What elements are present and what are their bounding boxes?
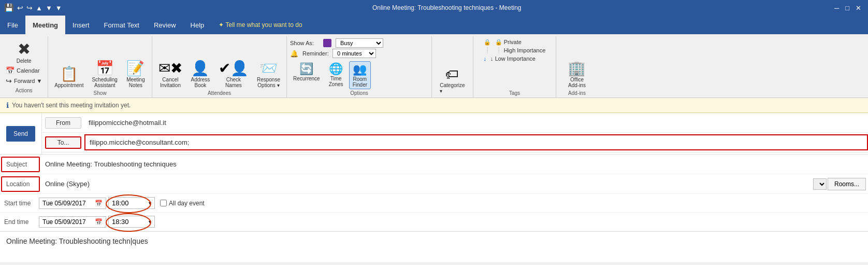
cancel-invitation-label: CancelInvitation: [160, 77, 181, 88]
high-importance-button[interactable]: ❕ ❕ High Importance: [483, 47, 547, 54]
to-input[interactable]: [84, 134, 868, 150]
appointment-label: Appointment: [54, 82, 83, 88]
check-names-button[interactable]: ✔👤 CheckNames: [215, 60, 252, 89]
appointment-icon: 📋: [60, 67, 78, 81]
options-buttons-row: 🔄 Recurrence 🌐 TimeZones 👥 RoomFinder: [290, 61, 371, 89]
private-lock-icon: 🔒: [484, 39, 491, 46]
tab-tell-me[interactable]: ✦ Tell me what you want to do: [211, 16, 309, 34]
recurrence-icon: 🔄: [299, 62, 313, 76]
start-time-value: 18:00: [112, 199, 149, 207]
show-as-select[interactable]: Busy Free Tentative Out of Office: [336, 38, 383, 48]
scheduling-label: SchedulingAssistant: [92, 77, 117, 88]
location-row: Location Rooms...: [0, 174, 868, 194]
cancel-invitation-button[interactable]: ✉✖ CancelInvitation: [155, 60, 185, 89]
form-area: Send From To... Subject Location Rooms..…: [0, 113, 868, 262]
from-button[interactable]: From: [45, 117, 81, 129]
scheduling-icon: 📅: [96, 61, 114, 76]
delete-label: Delete: [17, 58, 32, 64]
save-icon[interactable]: 💾: [4, 3, 14, 12]
up-icon[interactable]: ▲: [36, 4, 42, 12]
tags-group-label: Tags: [476, 89, 553, 97]
ribbon: ✖ Delete 📅 Calendar ↪ Forward ▼ Actions …: [0, 34, 868, 98]
tab-meeting[interactable]: Meeting: [25, 16, 65, 34]
subject-input[interactable]: [41, 157, 868, 171]
tab-help[interactable]: Help: [183, 16, 212, 34]
down-icon[interactable]: ▼: [46, 4, 52, 12]
all-day-label: All day event: [169, 200, 205, 207]
start-time-row: Start time Tue 05/09/2017 📅 18:00 ▾ All …: [0, 194, 868, 213]
redo-icon[interactable]: ↪: [26, 4, 33, 12]
address-book-button[interactable]: 👤 AddressBook: [187, 60, 213, 89]
body-editor[interactable]: Online Meeting: Troubleshooting techn|qu…: [0, 231, 868, 262]
rooms-button[interactable]: Rooms...: [828, 178, 866, 190]
start-date-picker[interactable]: Tue 05/09/2017 📅: [39, 198, 106, 209]
customize-icon[interactable]: ▼: [55, 4, 62, 12]
recurrence-label: Recurrence: [293, 76, 320, 81]
end-date-calendar-icon[interactable]: 📅: [95, 218, 103, 226]
categorize-button[interactable]: 🏷 Categorize▾: [437, 65, 468, 95]
meeting-notes-button[interactable]: 📝 MeetingNotes: [123, 60, 149, 89]
reminder-row: 🔔 Reminder: 0 minutes 5 minutes 15 minut…: [290, 49, 376, 58]
tab-file[interactable]: File: [0, 16, 25, 34]
calendar-icon: 📅: [6, 66, 15, 75]
close-button[interactable]: ✕: [853, 3, 864, 13]
end-time-dropdown-icon[interactable]: ▾: [149, 219, 151, 225]
start-time-dropdown-icon[interactable]: ▾: [149, 200, 151, 206]
end-time-picker[interactable]: 18:30 ▾: [108, 216, 155, 228]
room-finder-button[interactable]: 👥 RoomFinder: [349, 61, 371, 89]
recurrence-button[interactable]: 🔄 Recurrence: [290, 61, 323, 89]
office-addins-button[interactable]: 🏢 OfficeAdd-ins: [564, 60, 590, 89]
minimize-button[interactable]: ─: [832, 3, 842, 13]
delete-button[interactable]: ✖ Delete: [4, 39, 44, 65]
reminder-select[interactable]: 0 minutes 5 minutes 15 minutes 30 minute…: [332, 49, 376, 58]
all-day-checkbox-area: All day event: [160, 200, 205, 207]
all-day-checkbox[interactable]: [160, 200, 167, 206]
send-button-area: Send: [0, 113, 42, 154]
forward-button[interactable]: ↪ Forward ▼: [4, 76, 44, 86]
show-as-color-swatch: [323, 39, 331, 47]
low-importance-icon: ↓: [484, 55, 487, 62]
title-bar: 💾 ↩ ↪ ▲ ▼ ▼ Online Meeting: Troubleshoot…: [0, 0, 868, 16]
tab-review[interactable]: Review: [147, 16, 183, 34]
window-title: Online Meeting: Troubleshooting techniqu…: [62, 4, 832, 11]
office-addins-label: OfficeAdd-ins: [568, 77, 586, 88]
response-options-button[interactable]: 📨 ResponseOptions ▾: [254, 60, 283, 89]
ribbon-group-show: 📋 Appointment 📅 SchedulingAssistant 📝 Me…: [48, 36, 152, 97]
from-input[interactable]: [84, 116, 868, 130]
addins-group-label: Add-ins: [559, 89, 595, 97]
delete-icon: ✖: [18, 40, 31, 58]
categorize-group-label: [435, 95, 470, 97]
reminder-bell-icon: 🔔: [290, 50, 298, 58]
info-message: You haven't sent this meeting invitation…: [12, 102, 131, 109]
high-importance-icon: ❕: [484, 47, 491, 54]
categorize-icon: 🏷: [445, 66, 459, 82]
private-button[interactable]: 🔒 🔒 Private: [483, 38, 523, 46]
time-zones-label: TimeZones: [329, 76, 343, 87]
location-input[interactable]: [41, 177, 813, 191]
ribbon-group-actions: ✖ Delete 📅 Calendar ↪ Forward ▼ Actions: [0, 36, 48, 97]
end-date-picker[interactable]: Tue 05/09/2017 📅: [39, 216, 106, 228]
scheduling-assistant-button[interactable]: 📅 SchedulingAssistant: [89, 60, 120, 89]
response-options-label: ResponseOptions ▾: [257, 77, 280, 88]
show-as-label: Show As:: [290, 40, 320, 46]
categorize-content: 🏷 Categorize▾: [437, 36, 468, 95]
start-time-picker[interactable]: 18:00 ▾: [108, 197, 155, 209]
restore-button[interactable]: □: [843, 3, 852, 13]
info-bar: ℹ You haven't sent this meeting invitati…: [0, 98, 868, 113]
undo-icon[interactable]: ↩: [17, 4, 23, 12]
tab-format-text[interactable]: Format Text: [97, 16, 147, 34]
appointment-button[interactable]: 📋 Appointment: [51, 66, 86, 89]
tab-insert[interactable]: Insert: [65, 16, 97, 34]
cancel-invitation-icon: ✉✖: [158, 61, 182, 76]
addins-content: 🏢 OfficeAdd-ins: [564, 36, 590, 89]
subject-row: Subject: [0, 155, 868, 174]
start-date-calendar-icon[interactable]: 📅: [95, 200, 103, 207]
ribbon-tab-bar: File Meeting Insert Format Text Review H…: [0, 16, 868, 34]
calendar-button[interactable]: 📅 Calendar: [4, 66, 44, 75]
ribbon-group-attendees: ✉✖ CancelInvitation 👤 AddressBook ✔👤 Che…: [152, 36, 287, 97]
low-importance-button[interactable]: ↓ ↓ Low Importance: [483, 55, 537, 62]
location-dropdown[interactable]: [813, 178, 827, 190]
send-button[interactable]: Send: [6, 126, 35, 142]
to-button[interactable]: To...: [45, 136, 81, 149]
time-zones-button[interactable]: 🌐 TimeZones: [325, 61, 347, 89]
